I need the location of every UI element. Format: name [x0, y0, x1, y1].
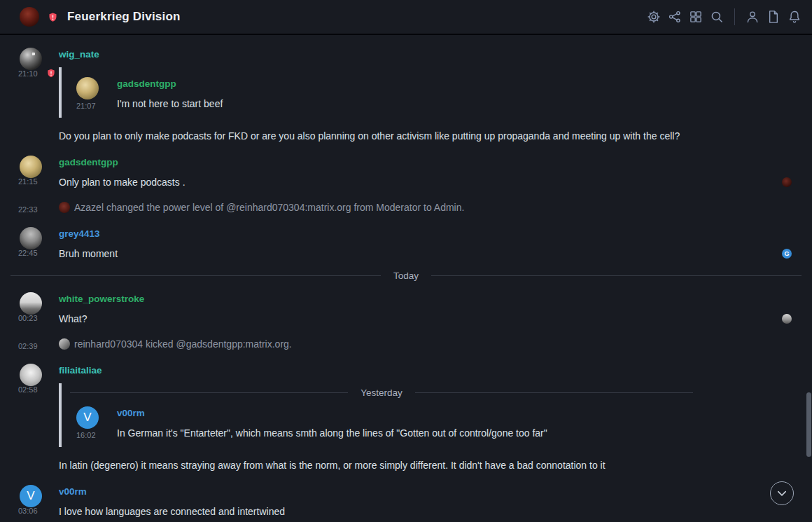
reply-message: V v00rm 16:02 In German it's "Entarteter…	[62, 406, 693, 440]
reply-message: gadsdentgpp 21:07 I'm not here to start …	[62, 77, 812, 111]
message-content: 02:58 Yesterday V v00rm 16:02 In German …	[59, 383, 812, 472]
timestamp: 21:10	[18, 69, 38, 78]
reply-quote[interactable]: gadsdentgpp 21:07 I'm not here to start …	[59, 67, 812, 118]
avatar[interactable]	[20, 156, 42, 178]
header-divider	[734, 8, 735, 25]
state-event: 22:33 Azazel changed the power level of …	[59, 200, 812, 214]
message-text: Do you plan to only make podcasts for FK…	[59, 130, 680, 142]
avatar[interactable]	[59, 202, 70, 213]
message-text: I'm not here to start beef	[117, 98, 223, 109]
message-group: grey4413 22:45 Bruh moment G	[0, 227, 812, 261]
message-timeline: wig_nate 21:10 gadsdentgpp 21:07 I'm not…	[0, 35, 812, 518]
timestamp: 00:23	[18, 314, 38, 322]
message-text: Bruh moment	[59, 248, 118, 259]
message-sender[interactable]: white_powerstroke	[59, 292, 144, 306]
timestamp: 21:15	[18, 177, 38, 186]
avatar[interactable]	[20, 364, 42, 386]
reply-sender[interactable]: gadsdentgpp	[117, 77, 176, 91]
read-receipt-avatar[interactable]	[782, 314, 792, 324]
message-text: In latin (degenero) it means straying aw…	[59, 460, 606, 471]
message-text-row: Only plan to make podcasts .	[59, 175, 812, 189]
avatar[interactable]	[20, 48, 42, 70]
message-sender[interactable]: grey4413	[59, 227, 100, 241]
separator-line	[10, 275, 381, 276]
message-group: gadsdentgpp 21:15 Only plan to make podc…	[0, 156, 812, 189]
separator-label: Today	[381, 270, 431, 281]
state-event-text: Azazel changed the power level of @reinh…	[74, 200, 464, 214]
share-icon[interactable]	[667, 9, 682, 25]
members-icon[interactable]	[745, 9, 760, 25]
message-text-row: I love how languages are connected and i…	[59, 504, 812, 518]
avatar[interactable]: V	[20, 485, 42, 507]
read-receipt-avatar[interactable]: G	[782, 249, 792, 259]
message-text: In German it's "Entarteter", which means…	[117, 427, 547, 439]
message-sender[interactable]: v00rm	[59, 485, 87, 499]
timestamp: 22:45	[18, 249, 38, 257]
message-text-row: In latin (degenero) it means straying aw…	[59, 458, 812, 472]
settings-gear-icon[interactable]	[646, 9, 662, 25]
state-event: 02:39 reinhard070304 kicked @gadsdentgpp…	[59, 337, 812, 351]
header-actions	[646, 8, 802, 25]
timestamp: 16:02	[76, 428, 96, 442]
room-title: Feuerkrieg Division	[67, 10, 181, 24]
avatar[interactable]	[20, 227, 42, 249]
message-text: What?	[59, 313, 87, 324]
message-content: 21:15 Only plan to make podcasts .	[59, 175, 812, 189]
scroll-to-bottom-button[interactable]	[770, 481, 794, 505]
message-content: 22:45 Bruh moment G	[59, 247, 812, 261]
separator-line	[415, 392, 693, 393]
avatar[interactable]	[76, 77, 99, 99]
message-content: 21:10 gadsdentgpp 21:07 I'm not here to …	[59, 67, 812, 143]
state-event-text: reinhard070304 kicked @gadsdentgpp:matri…	[74, 337, 292, 351]
room-header: Feuerkrieg Division	[0, 0, 812, 35]
shield-error-icon	[46, 68, 56, 78]
message-content: 00:23 What?	[59, 312, 812, 326]
reply-quote[interactable]: Yesterday V v00rm 16:02 In German it's "…	[59, 383, 693, 447]
scrollbar-thumb[interactable]	[806, 392, 811, 457]
separator-line	[431, 275, 802, 276]
read-receipt-avatar[interactable]	[782, 177, 792, 187]
message-text-row: What?	[59, 312, 812, 326]
message-content: 03:06 I love how languages are connected…	[59, 504, 812, 518]
timestamp: 21:07	[76, 99, 96, 113]
message-sender[interactable]: wig_nate	[59, 48, 99, 62]
message-group: filiaitaliae 02:58 Yesterday V v00rm 16:…	[0, 364, 812, 472]
message-group: wig_nate 21:10 gadsdentgpp 21:07 I'm not…	[0, 48, 812, 143]
files-icon[interactable]	[766, 9, 781, 25]
shield-error-icon	[48, 12, 58, 22]
message-group: white_powerstroke 00:23 What?	[0, 292, 812, 326]
timestamp: 22:33	[18, 202, 38, 217]
reply-sender[interactable]: v00rm	[117, 406, 145, 420]
reply-text-row: 21:07 I'm not here to start beef	[117, 97, 812, 111]
timestamp: 02:58	[18, 385, 38, 394]
room-avatar[interactable]	[20, 7, 39, 27]
reply-text-row: 16:02 In German it's "Entarteter", which…	[117, 426, 693, 440]
avatar[interactable]	[59, 338, 70, 350]
timestamp: 02:39	[18, 339, 38, 353]
message-text: Only plan to make podcasts .	[59, 177, 186, 188]
separator-label: Yesterday	[348, 387, 415, 398]
widgets-grid-icon[interactable]	[688, 9, 704, 25]
notifications-bell-icon[interactable]	[787, 9, 802, 25]
search-icon[interactable]	[709, 9, 724, 25]
message-sender[interactable]: filiaitaliae	[59, 364, 102, 378]
timestamp: 03:06	[18, 507, 38, 515]
message-text-row: Bruh moment G	[59, 247, 812, 261]
avatar[interactable]	[20, 292, 42, 315]
message-text-row: Do you plan to only make podcasts for FK…	[59, 129, 812, 143]
message-text: I love how languages are connected and i…	[59, 506, 285, 517]
message-sender[interactable]: gadsdentgpp	[59, 156, 118, 170]
message-group: V v00rm 03:06 I love how languages are c…	[0, 485, 812, 518]
separator-line	[70, 392, 348, 393]
date-separator: Today	[10, 270, 802, 281]
avatar[interactable]: V	[76, 406, 99, 429]
date-separator: Yesterday	[70, 387, 693, 398]
